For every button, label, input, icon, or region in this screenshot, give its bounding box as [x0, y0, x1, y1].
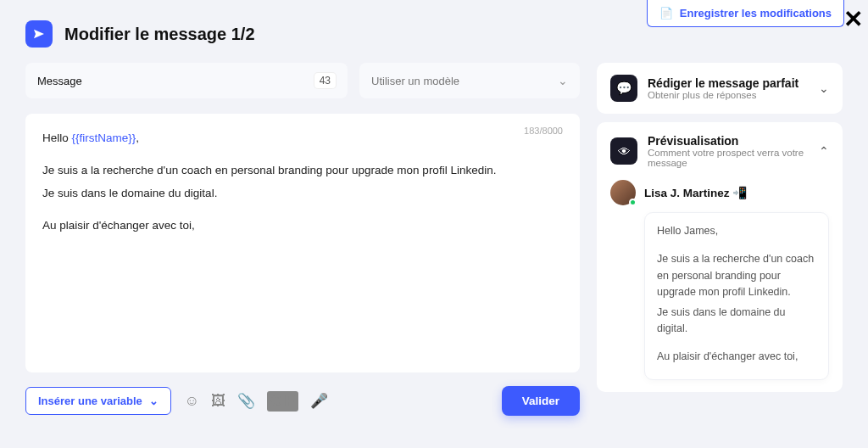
presence-indicator [629, 199, 637, 206]
chevron-down-icon: ⌄ [558, 74, 568, 87]
preview-title: Prévisualisation [648, 134, 809, 148]
greeting-prefix: Hello [42, 132, 72, 144]
perfect-message-toggle[interactable]: 💬 Rédiger le message parfait Obtenir plu… [610, 75, 829, 102]
save-changes-label: Enregistrer les modifications [680, 7, 832, 20]
preview-line: Hello James, [657, 223, 816, 239]
preview-sub: Comment votre prospect verra votre messa… [648, 148, 809, 168]
preview-line: Au plaisir d'échanger avec toi, [657, 349, 816, 365]
preview-line: Je suis dans le domaine du digital. [657, 305, 816, 338]
attachment-icon[interactable]: 📎 [237, 392, 255, 410]
perfect-message-sub: Obtenir plus de réponses [648, 90, 809, 100]
message-editor[interactable]: 183/8000 Hello {{firstName}}, Je suis a … [25, 114, 580, 372]
editor-line: Au plaisir d'échanger avec toi, [42, 216, 563, 235]
editor-line: Je suis a la recherche d'un coach en per… [42, 161, 563, 180]
char-counter: 183/8000 [524, 126, 563, 136]
chat-icon: 💬 [610, 75, 637, 102]
preview-toggle[interactable]: 👁 Prévisualisation Comment votre prospec… [610, 134, 829, 168]
send-icon [32, 27, 46, 41]
message-field-label: Message [37, 75, 82, 87]
app-icon [25, 20, 53, 48]
chevron-down-icon: ⌄ [819, 81, 829, 95]
editor-line: Je suis dans le domaine du digital. [42, 184, 563, 203]
editor-body: Hello {{firstName}}, Je suis a la recher… [42, 129, 563, 234]
chevron-up-icon: ⌃ [819, 144, 829, 158]
insert-variable-label: Insérer une variable [38, 395, 142, 407]
eye-icon: 👁 [610, 137, 637, 165]
message-field[interactable]: Message 43 [25, 63, 348, 98]
microphone-icon[interactable]: 🎤 [310, 392, 328, 410]
perfect-message-panel: 💬 Rédiger le message parfait Obtenir plu… [597, 63, 843, 114]
emoji-icon[interactable]: ☺ [185, 393, 199, 410]
greeting-suffix: , [136, 132, 139, 144]
chevron-down-icon: ⌄ [149, 395, 159, 407]
prospect-name: Lisa J. Martinez [644, 187, 730, 199]
preview-panel: 👁 Prévisualisation Comment votre prospec… [597, 122, 843, 392]
insert-variable-button[interactable]: Insérer une variable ⌄ [25, 387, 171, 415]
gif-icon[interactable]: GIF [267, 391, 298, 412]
template-placeholder: Utiliser un modèle [371, 75, 459, 87]
close-icon[interactable]: ✕ [838, 2, 868, 36]
save-changes-button[interactable]: 📄 Enregistrer les modifications [647, 0, 844, 27]
preview-bubble: Hello James, Je suis a la recherche d'un… [644, 212, 829, 380]
preview-line: Je suis a la recherche d'un coach en per… [657, 251, 816, 300]
prospect-header: Lisa J. Martinez 📲 [610, 180, 829, 205]
preview-body: Lisa J. Martinez 📲 Hello James, Je suis … [610, 180, 829, 380]
perfect-message-title: Rédiger le message parfait [648, 76, 809, 90]
message-count-badge: 43 [314, 73, 336, 88]
avatar [610, 180, 636, 205]
image-icon[interactable]: 🖼 [211, 393, 225, 410]
page-title: Modifier le message 1/2 [64, 25, 255, 44]
template-select[interactable]: Utiliser un modèle ⌄ [359, 63, 580, 98]
variable-token: {{firstName}} [72, 132, 136, 144]
phone-icon: 📲 [732, 186, 747, 199]
validate-button[interactable]: Valider [502, 386, 580, 416]
document-icon: 📄 [659, 7, 673, 20]
